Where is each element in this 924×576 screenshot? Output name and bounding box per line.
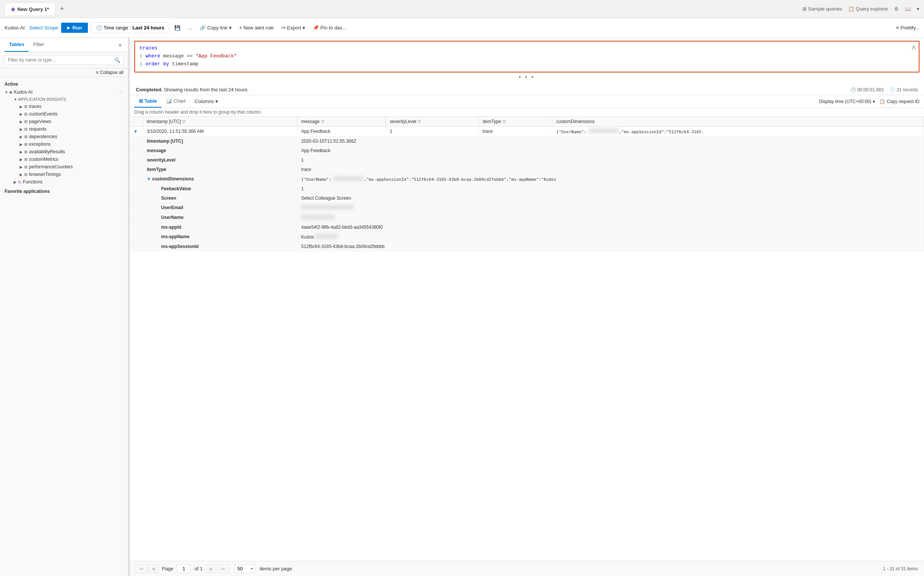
filter-icon[interactable]: ▽ [418, 119, 421, 124]
col-message[interactable]: message ▽ [297, 117, 386, 127]
sidebar-item-browserTimings[interactable]: ▶ ⊞ browserTimings [0, 171, 128, 178]
custom-dims-expand-icon[interactable]: ▼ [147, 177, 151, 181]
display-time-button[interactable]: Display time (UTC+00:00) ▾ [819, 99, 875, 104]
copy-icon: 📋 [879, 99, 885, 104]
filter-icon[interactable]: ▽ [321, 119, 324, 124]
sidebar-item-customEvents[interactable]: ▶ ⊞ customEvents [0, 110, 128, 118]
query-explorer-button[interactable]: 📋 Query explorer [848, 6, 888, 12]
top-toolbar: Kudos-AI Select Scope ▶ Run 🕐 Time range… [0, 18, 924, 38]
sidebar-item-pageViews[interactable]: ▶ ⊞ pageViews [0, 118, 128, 125]
export-button[interactable]: ↦ Export ▾ [279, 23, 308, 32]
sidebar-item-dependencies[interactable]: ▶ ⊞ dependencies [0, 133, 128, 141]
row-expander-cell[interactable]: ▼ [130, 127, 143, 137]
query-editor-wrap: traces | where message == "App Feedback"… [134, 41, 919, 72]
caret-icon: ▶ [20, 104, 24, 109]
cell-timestamp: 3/10/2020, 11:51:55.366 AM [143, 127, 297, 137]
pin-button[interactable]: 📌 Pin to das... [311, 23, 349, 32]
new-tab-button[interactable]: + [57, 3, 67, 14]
col-itemtype[interactable]: itemType ▽ [479, 117, 552, 127]
caret-icon: ▶ [20, 112, 24, 116]
page-input[interactable] [177, 564, 190, 573]
query-explorer-icon: 📋 [848, 6, 854, 12]
pagination-nav: ⏮ ◀ Page of 1 ▶ ⏭ 50 100 200 ▾ [136, 564, 292, 573]
columns-button[interactable]: Columns ▾ [190, 96, 223, 107]
col-expander [130, 117, 143, 127]
subrow-useremail: UserEmail [130, 203, 924, 213]
sidebar-item-kudos-ai[interactable]: ▼ ◈ Kudos-AI ☆ [0, 88, 128, 96]
favorite-section-label: Favorite applications [0, 186, 128, 195]
first-page-button[interactable]: ⏮ [136, 564, 147, 573]
sidebar-collapse-button[interactable]: « [117, 40, 123, 50]
subrow-itemtype: itemType trace [130, 165, 924, 174]
sidebar-item-traces[interactable]: ▶ ⊞ traces [0, 103, 128, 110]
cell-message: App Feedback [297, 127, 386, 137]
sidebar-item-availabilityResults[interactable]: ▶ ⊞ availabilityResults [0, 148, 128, 155]
filter-icon[interactable]: ▽ [503, 119, 506, 124]
sidebar-item-exceptions[interactable]: ▶ ⊞ exceptions [0, 141, 128, 148]
tab-filter[interactable]: Filter [29, 38, 49, 52]
save-button[interactable]: 💾 [172, 23, 183, 32]
sample-queries-button[interactable]: ⊞ Sample queries [803, 6, 842, 12]
tab-tables[interactable]: Tables [5, 38, 29, 52]
time-range-button[interactable]: 🕐 Time range : Last 24 hours [91, 22, 169, 33]
filter-icon[interactable]: ▽ [182, 119, 185, 124]
more-button[interactable]: ▾ [917, 6, 919, 12]
prev-page-button[interactable]: ◀ [148, 564, 158, 573]
next-page-button[interactable]: ▶ [206, 564, 216, 573]
results-status-bar: Completed. Showing results from the last… [130, 85, 924, 95]
sidebar-item-functions[interactable]: ▶ fx Functions [0, 178, 128, 186]
caret-icon: ▶ [20, 135, 24, 139]
col-custom-dimensions[interactable]: customDimensions [552, 117, 924, 127]
alert-icon: + [239, 25, 242, 30]
caret-icon: ▶ [20, 150, 24, 154]
select-scope-button[interactable]: Select Scope [29, 25, 58, 30]
new-alert-button[interactable]: + New alert rule [237, 23, 276, 32]
table-icon: ⊞ [24, 142, 27, 147]
sidebar: Tables Filter « 🔍 ≡ Collapse all Active … [0, 38, 128, 576]
last-page-button[interactable]: ⏭ [218, 564, 229, 573]
table-header-row: timestamp [UTC] ▽ message ▽ [130, 117, 924, 127]
copy-link-button[interactable]: 🔗 Copy link ▾ [197, 23, 233, 32]
book-button[interactable]: 📖 [905, 6, 911, 12]
chevron-down-icon: ▾ [917, 6, 919, 12]
chevron-down-icon: ▾ [215, 99, 218, 104]
sidebar-tab-bar: Tables Filter « [0, 38, 128, 52]
title-bar: ◆ New Query 1* + ⊞ Sample queries 📋 Quer… [0, 0, 924, 18]
col-timestamp[interactable]: timestamp [UTC] ▽ [143, 117, 297, 127]
query-editor[interactable]: traces | where message == "App Feedback"… [135, 42, 919, 72]
filter-input[interactable] [5, 55, 123, 65]
settings-button[interactable]: ⚙ [894, 6, 899, 12]
play-icon: ▶ [67, 26, 70, 30]
table-icon: ⊞ [24, 104, 27, 109]
col-severity[interactable]: severityLevel ▽ [386, 117, 479, 127]
subrow-username: UserName [130, 213, 924, 223]
clock-icon: 🕐 [851, 87, 856, 93]
table-icon: ⊞ [24, 112, 27, 117]
per-page-select[interactable]: 50 100 200 [235, 564, 255, 573]
save-icon: 💾 [174, 25, 180, 30]
more-options-button[interactable]: ... [186, 23, 194, 32]
results-table-wrap[interactable]: timestamp [UTC] ▽ message ▽ [130, 117, 924, 561]
tab-table[interactable]: ⊞ Table [134, 95, 161, 107]
copy-request-id-button[interactable]: 📋 Copy request ID [879, 99, 919, 104]
tab-chart[interactable]: 📊 Chart [161, 95, 190, 107]
row-expand-icon[interactable]: ▼ [134, 129, 138, 134]
run-button[interactable]: ▶ Run [61, 22, 88, 33]
sidebar-item-requests[interactable]: ▶ ⊞ requests [0, 125, 128, 133]
results-tabs: ⊞ Table 📊 Chart Columns ▾ [134, 95, 223, 107]
chart-icon: 📊 [166, 98, 172, 104]
table-row[interactable]: ▼ 3/10/2020, 11:51:55.366 AM App Feedbac… [130, 127, 924, 137]
function-icon: fx [18, 180, 21, 184]
collapse-all-button[interactable]: ≡ Collapse all [0, 68, 128, 77]
sidebar-group-app-insights[interactable]: ▼ APPLICATION INSIGHTS [0, 96, 128, 103]
prettify-button[interactable]: ≡ Prettify... [896, 25, 919, 30]
status-meta: 🕐 00:00:01.883 📄 31 records [851, 87, 918, 93]
editor-resize-dots[interactable]: • • • [130, 72, 924, 82]
collapse-editor-icon[interactable]: ⋀ [912, 45, 916, 50]
prettify-icon: ≡ [896, 25, 899, 30]
query-tab[interactable]: ◆ New Query 1* [5, 3, 56, 15]
cell-itemtype: trace [479, 127, 552, 137]
active-section-label: Active [0, 78, 128, 88]
sidebar-item-performanceCounters[interactable]: ▶ ⊞ performanceCounters [0, 163, 128, 171]
sidebar-item-customMetrics[interactable]: ▶ ⊞ customMetrics [0, 155, 128, 163]
